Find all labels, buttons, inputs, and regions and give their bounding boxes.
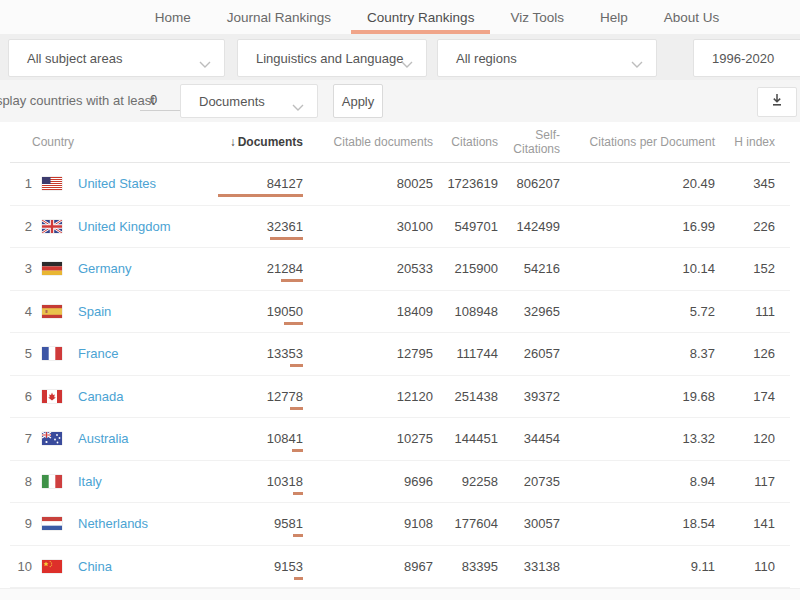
column-header-citable-documents[interactable]: Citable documents (303, 135, 433, 149)
h-index-cell: 152 (715, 261, 775, 276)
chevron-down-icon (401, 56, 413, 71)
h-index-cell: 345 (715, 176, 775, 191)
citable-documents-cell: 20533 (303, 261, 433, 276)
citations-per-document-cell: 20.49 (560, 176, 715, 191)
de-flag-icon (42, 262, 62, 275)
self-citations-cell: 33138 (498, 559, 560, 574)
country-link[interactable]: United States (78, 176, 156, 191)
flag-cell (32, 177, 78, 190)
subject-area-select[interactable]: All subject areas (8, 39, 225, 77)
rank-cell: 2 (12, 219, 32, 234)
rank-cell: 8 (12, 474, 32, 489)
country-cell: Spain (78, 304, 218, 319)
cn-flag-icon (42, 560, 62, 573)
documents-cell: 19050 (218, 291, 303, 333)
documents-value: 32361 (267, 219, 303, 234)
country-link[interactable]: Australia (78, 431, 129, 446)
country-cell: France (78, 346, 218, 361)
citations-per-document-cell: 13.32 (560, 431, 715, 446)
self-citations-cell: 32965 (498, 304, 560, 319)
country-cell: Australia (78, 431, 218, 446)
documents-cell: 10841 (218, 418, 303, 460)
documents-bar (294, 577, 303, 580)
us-flag-icon (42, 177, 62, 190)
documents-cell: 9153 (218, 546, 303, 588)
rank-cell: 3 (12, 261, 32, 276)
h-index-cell: 174 (715, 389, 775, 404)
country-cell: United States (78, 176, 218, 191)
documents-bar (218, 194, 303, 197)
citable-documents-cell: 10275 (303, 431, 433, 446)
display-filter-bar: isplay countries with at least Documents… (0, 80, 800, 122)
documents-value: 12778 (267, 389, 303, 404)
citations-per-document-cell: 9.11 (560, 559, 715, 574)
nav-about-us[interactable]: About Us (646, 0, 738, 34)
sort-descending-icon: ↓ (230, 135, 236, 149)
citable-documents-cell: 12795 (303, 346, 433, 361)
column-header-h-index[interactable]: H index (715, 135, 775, 149)
documents-bar (284, 322, 303, 325)
page-bottom-strip (0, 588, 800, 600)
self-citations-cell: 20735 (498, 474, 560, 489)
citations-per-document-cell: 8.37 (560, 346, 715, 361)
country-link[interactable]: Germany (78, 261, 131, 276)
column-header-citations[interactable]: Citations (433, 135, 498, 149)
citable-documents-cell: 9696 (303, 474, 433, 489)
nav-viz-tools[interactable]: Viz Tools (492, 0, 582, 34)
citations-cell: 111744 (433, 346, 498, 361)
metric-select[interactable]: Documents (180, 84, 318, 118)
region-value: All regions (456, 51, 517, 66)
column-header-self-citations[interactable]: Self-Citations (498, 128, 560, 156)
column-header-country[interactable]: Country (12, 135, 218, 149)
h-index-cell: 120 (715, 431, 775, 446)
top-navigation: Home Journal Rankings Country Rankings V… (0, 0, 800, 34)
nav-journal-rankings[interactable]: Journal Rankings (209, 0, 349, 34)
flag-cell (32, 305, 78, 318)
country-link[interactable]: Canada (78, 389, 124, 404)
documents-cell: 10318 (218, 461, 303, 503)
citable-documents-cell: 9108 (303, 516, 433, 531)
country-link[interactable]: United Kingdom (78, 219, 171, 234)
documents-cell: 21284 (218, 248, 303, 290)
table-row: 7Australia10841102751444513445413.32120 (10, 418, 790, 461)
min-documents-input[interactable] (140, 88, 184, 111)
country-link[interactable]: China (78, 559, 112, 574)
self-citations-cell: 39372 (498, 389, 560, 404)
citations-cell: 177604 (433, 516, 498, 531)
column-header-citations-per-document[interactable]: Citations per Document (560, 135, 715, 149)
table-row: 9Netherlands958191081776043005718.54141 (10, 503, 790, 546)
country-link[interactable]: Italy (78, 474, 102, 489)
column-header-documents[interactable]: ↓Documents (218, 135, 303, 149)
chevron-down-icon (292, 99, 304, 114)
citations-cell: 215900 (433, 261, 498, 276)
region-select[interactable]: All regions (437, 39, 657, 77)
citations-cell: 92258 (433, 474, 498, 489)
citations-per-document-cell: 10.14 (560, 261, 715, 276)
nav-home[interactable]: Home (137, 0, 209, 34)
documents-bar (292, 449, 303, 452)
citations-per-document-cell: 16.99 (560, 219, 715, 234)
period-select[interactable]: 1996-2020 (693, 39, 800, 77)
documents-bar (270, 237, 303, 240)
nav-country-rankings[interactable]: Country Rankings (349, 0, 492, 34)
category-select[interactable]: Linguistics and Language (237, 39, 427, 77)
table-row: 10China9153896783395331389.11110 (10, 546, 790, 589)
rank-cell: 6 (12, 389, 32, 404)
country-link[interactable]: Netherlands (78, 516, 148, 531)
citable-documents-cell: 80025 (303, 176, 433, 191)
documents-value: 84127 (267, 176, 303, 191)
h-index-cell: 226 (715, 219, 775, 234)
documents-bar (290, 407, 303, 410)
country-link[interactable]: Spain (78, 304, 111, 319)
it-flag-icon (42, 475, 62, 488)
country-link[interactable]: France (78, 346, 118, 361)
documents-bar (293, 534, 303, 537)
citations-cell: 144451 (433, 431, 498, 446)
apply-button[interactable]: Apply (333, 84, 383, 118)
citable-documents-cell: 12120 (303, 389, 433, 404)
country-cell: Italy (78, 474, 218, 489)
filters-bar: All subject areas Linguistics and Langua… (0, 34, 800, 80)
nav-help[interactable]: Help (582, 0, 646, 34)
flag-cell (32, 475, 78, 488)
download-button[interactable] (757, 87, 797, 117)
